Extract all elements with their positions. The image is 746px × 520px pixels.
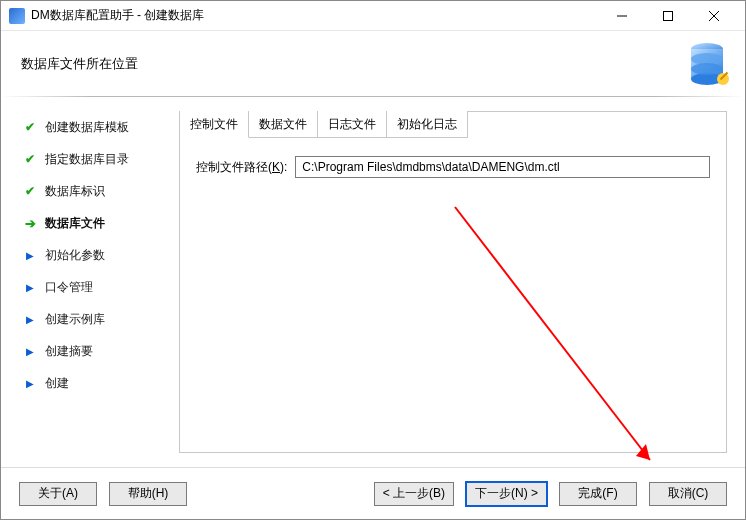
tab-3[interactable]: 初始化日志 (387, 111, 468, 138)
wizard-step-1[interactable]: ✔指定数据库目录 (23, 143, 175, 175)
page-header: 数据库文件所在位置 (1, 31, 745, 97)
svg-point-8 (691, 63, 723, 75)
content-panel: 控制文件数据文件日志文件初始化日志 控制文件路径(K): (179, 111, 727, 453)
wizard-step-label: 数据库标识 (45, 183, 105, 200)
svg-marker-12 (636, 444, 650, 460)
tab-bar: 控制文件数据文件日志文件初始化日志 (180, 112, 726, 138)
wizard-step-6[interactable]: ▶创建示例库 (23, 303, 175, 335)
finish-button[interactable]: 完成(F) (559, 482, 637, 506)
tab-content-control-file: 控制文件路径(K): (180, 138, 726, 196)
triangle-pending-icon: ▶ (23, 282, 37, 293)
wizard-step-2[interactable]: ✔数据库标识 (23, 175, 175, 207)
triangle-pending-icon: ▶ (23, 314, 37, 325)
wizard-step-4[interactable]: ▶初始化参数 (23, 239, 175, 271)
wizard-step-label: 初始化参数 (45, 247, 105, 264)
about-button[interactable]: 关于(A) (19, 482, 97, 506)
wizard-step-0[interactable]: ✔创建数据库模板 (23, 111, 175, 143)
check-icon: ✔ (23, 120, 37, 134)
wizard-step-7[interactable]: ▶创建摘要 (23, 335, 175, 367)
cancel-button[interactable]: 取消(C) (649, 482, 727, 506)
wizard-step-label: 数据库文件 (45, 215, 105, 232)
arrow-current-icon: ➔ (23, 216, 37, 231)
maximize-button[interactable] (645, 1, 691, 31)
control-file-path-label: 控制文件路径(K): (196, 159, 287, 176)
wizard-step-label: 创建数据库模板 (45, 119, 129, 136)
wizard-step-label: 口令管理 (45, 279, 93, 296)
minimize-button[interactable] (599, 1, 645, 31)
annotation-arrow (450, 202, 690, 482)
wizard-step-8[interactable]: ▶创建 (23, 367, 175, 399)
help-button[interactable]: 帮助(H) (109, 482, 187, 506)
back-button[interactable]: < 上一步(B) (374, 482, 454, 506)
svg-point-9 (717, 73, 729, 85)
triangle-pending-icon: ▶ (23, 378, 37, 389)
wizard-step-label: 创建摘要 (45, 343, 93, 360)
tab-1[interactable]: 数据文件 (249, 111, 318, 138)
check-icon: ✔ (23, 184, 37, 198)
svg-rect-1 (664, 11, 673, 20)
check-icon: ✔ (23, 152, 37, 166)
close-button[interactable] (691, 1, 737, 31)
app-icon (9, 8, 25, 24)
header-divider (1, 96, 745, 97)
title-bar: DM数据库配置助手 - 创建数据库 (1, 1, 745, 31)
tab-2[interactable]: 日志文件 (318, 111, 387, 138)
wizard-step-label: 指定数据库目录 (45, 151, 129, 168)
database-graphic-icon (675, 35, 735, 93)
wizard-steps-sidebar: ✔创建数据库模板✔指定数据库目录✔数据库标识➔数据库文件▶初始化参数▶口令管理▶… (1, 97, 175, 467)
tab-0[interactable]: 控制文件 (180, 111, 249, 138)
wizard-step-3[interactable]: ➔数据库文件 (23, 207, 175, 239)
svg-line-11 (455, 207, 650, 460)
wizard-step-5[interactable]: ▶口令管理 (23, 271, 175, 303)
control-file-path-input[interactable] (295, 156, 710, 178)
triangle-pending-icon: ▶ (23, 346, 37, 357)
triangle-pending-icon: ▶ (23, 250, 37, 261)
window-title: DM数据库配置助手 - 创建数据库 (31, 7, 599, 24)
page-subtitle: 数据库文件所在位置 (21, 55, 138, 73)
next-button[interactable]: 下一步(N) > (466, 482, 547, 506)
wizard-step-label: 创建 (45, 375, 69, 392)
wizard-step-label: 创建示例库 (45, 311, 105, 328)
wizard-footer: 关于(A) 帮助(H) < 上一步(B) 下一步(N) > 完成(F) 取消(C… (1, 467, 745, 519)
